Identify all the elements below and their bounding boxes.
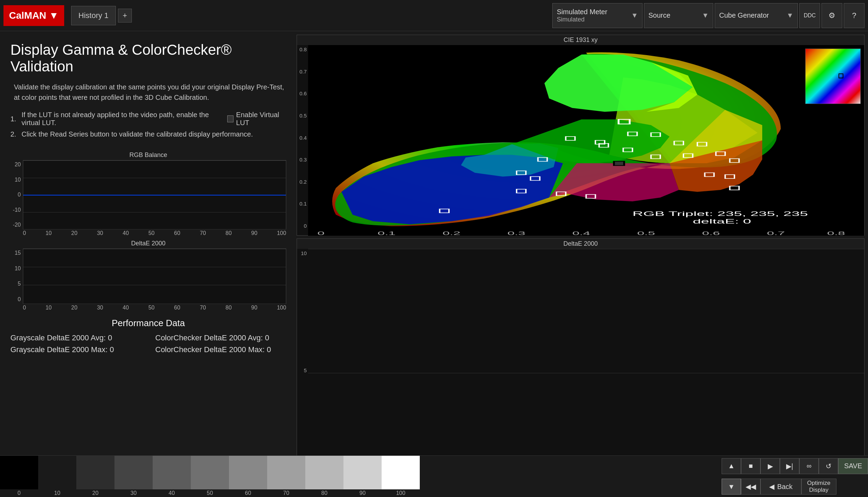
swatch-label-30: 30 [114, 489, 153, 497]
top-right-controls: Simulated Meter Simulated ▼ Source ▼ Cub… [549, 3, 868, 28]
cie-y-axis: 0.8 0.7 0.6 0.5 0.4 0.3 0.2 0.1 0 [297, 45, 308, 236]
add-tab-button[interactable]: + [118, 9, 132, 23]
swatch-color-60 [229, 456, 267, 489]
back-button[interactable]: ◀ Back [760, 479, 801, 495]
rgb-y-0: 0 [10, 192, 21, 198]
scroll-up-button[interactable]: ▲ [722, 458, 741, 474]
perf-cc-avg-value: 0 [265, 333, 269, 342]
rgb-y-10: 10 [10, 177, 21, 183]
grid-line-bottom [23, 229, 286, 229]
swatch-100[interactable]: 100 [382, 456, 420, 497]
page-title: Display Gamma & ColorChecker® Validation [10, 42, 286, 75]
source-dropdown[interactable]: Source ▼ [644, 3, 713, 28]
ddc-button[interactable]: DDC [799, 3, 820, 28]
svg-text:0: 0 [317, 230, 325, 236]
instruction-2: 2. Click the Read Series button to valid… [10, 130, 286, 138]
settings-button[interactable]: ⚙ [822, 3, 842, 28]
perf-grayscale-avg-label: Grayscale DeltaE 2000 Avg: [10, 333, 106, 342]
rgb-y-neg20: -20 [10, 222, 21, 228]
preview-marker [839, 73, 843, 78]
swatch-0[interactable]: 0 [0, 456, 38, 497]
svg-text:0.5: 0.5 [637, 230, 655, 236]
swatch-10[interactable]: 10 [38, 456, 76, 497]
main-layout: Display Gamma & ColorChecker® Validation… [0, 31, 868, 497]
loop-button[interactable]: ∞ [799, 458, 819, 474]
save-button[interactable]: SAVE [838, 458, 868, 474]
top-bar: CalMAN ▼ History 1 + Simulated Meter Sim… [0, 0, 868, 31]
deltae-chart-left-container: DeltaE 2000 15 10 5 0 0 10 20 [10, 240, 286, 311]
swatch-color-50 [191, 456, 229, 489]
right-panel: CIE 1931 xy 0.8 0.7 0.6 0.5 0.4 0.3 0.2 … [297, 31, 868, 497]
instruction-1-num: 1. [10, 115, 17, 123]
color-preview-box [805, 49, 861, 104]
svg-text:RGB Triplet: 235, 235, 235: RGB Triplet: 235, 235, 235 [632, 210, 808, 217]
step-button[interactable]: ▶| [780, 458, 799, 474]
perf-grayscale-avg: Grayscale DeltaE 2000 Avg: 0 [10, 333, 142, 342]
optimize-button[interactable]: Optimize Display [801, 479, 836, 495]
svg-text:0.1: 0.1 [377, 230, 395, 236]
play-button[interactable]: ▶ [760, 458, 780, 474]
instruction-2-text: Click the Read Series button to validate… [22, 130, 253, 138]
deltae-y-axis: 15 10 5 0 [10, 248, 23, 304]
grid-line-25 [23, 178, 286, 178]
scroll-down-button[interactable]: ▼ [722, 479, 741, 495]
cube-dropdown[interactable]: Cube Generator ▼ [715, 3, 798, 28]
rgb-x-labels: 0 10 20 30 40 50 60 70 80 90 100 [10, 229, 286, 236]
calman-logo[interactable]: CalMAN ▼ [3, 5, 64, 26]
bottom-strip: 0 10 20 30 40 50 60 70 80 90 100 ▲ ■ ▶ ▶… [0, 455, 868, 497]
swatch-30[interactable]: 30 [114, 456, 153, 497]
swatch-color-10 [38, 456, 76, 489]
performance-grid: Grayscale DeltaE 2000 Avg: 0 ColorChecke… [10, 333, 286, 354]
swatch-label-70: 70 [267, 489, 305, 497]
virtual-lut-checkbox[interactable] [227, 115, 233, 122]
swatch-label-90: 90 [343, 489, 382, 497]
swatch-40[interactable]: 40 [153, 456, 191, 497]
perf-cc-max-label: ColorChecker DeltaE 2000 Max: [155, 345, 265, 354]
help-button[interactable]: ? [844, 3, 865, 28]
stop-button[interactable]: ■ [741, 458, 760, 474]
left-panel: Display Gamma & ColorChecker® Validation… [0, 31, 297, 497]
virtual-lut-checkbox-label[interactable]: Enable Virtual LUT [227, 111, 286, 127]
swatch-60[interactable]: 60 [229, 456, 267, 497]
perf-cc-max: ColorChecker DeltaE 2000 Max: 0 [155, 345, 287, 354]
ddc-label: DDC [804, 12, 816, 19]
svg-text:0.3: 0.3 [507, 230, 525, 236]
grid-line-top [23, 160, 286, 161]
instruction-2-num: 2. [10, 130, 17, 138]
instructions: 1. If the LUT is not already applied to … [10, 111, 286, 142]
rgb-chart-inner [23, 160, 286, 229]
swatch-label-80: 80 [305, 489, 343, 497]
bottom-controls: ▲ ■ ▶ ▶| ∞ ↺ SAVE ▼ ◀◀ ◀ Back Optimize D… [722, 456, 868, 497]
perf-grayscale-avg-value: 0 [108, 333, 112, 342]
prev-button[interactable]: ◀◀ [741, 479, 760, 495]
swatch-50[interactable]: 50 [191, 456, 229, 497]
swatch-80[interactable]: 80 [305, 456, 343, 497]
page-description: Validate the display calibration at the … [10, 82, 286, 103]
rgb-y-20: 20 [10, 162, 21, 168]
cube-label-group: Cube Generator [719, 11, 784, 19]
history-tab[interactable]: History 1 [71, 6, 116, 25]
bottom-deltae-title: DeltaE 2000 [297, 239, 864, 249]
swatch-70[interactable]: 70 [267, 456, 305, 497]
swatch-90[interactable]: 90 [343, 456, 382, 497]
swatch-color-90 [343, 456, 382, 489]
cube-dropdown-arrow: ▼ [786, 11, 793, 19]
swatch-color-70 [267, 456, 305, 489]
svg-text:0.4: 0.4 [572, 230, 590, 236]
svg-text:0.8: 0.8 [827, 230, 845, 236]
performance-title: Performance Data [10, 318, 286, 329]
perf-cc-avg-label: ColorChecker DeltaE 2000 Avg: [155, 333, 263, 342]
rgb-y-neg10: -10 [10, 207, 21, 213]
source-dropdown-arrow: ▼ [702, 11, 709, 19]
cube-label: Cube Generator [719, 11, 784, 19]
cie-chart-area: 0.8 0.7 0.6 0.5 0.4 0.3 0.2 0.1 0 [297, 45, 864, 236]
save-label: SAVE [844, 462, 862, 470]
meter-dropdown[interactable]: Simulated Meter Simulated ▼ [552, 3, 643, 28]
source-label-group: Source [648, 11, 699, 19]
optimize-line1: Optimize [807, 480, 831, 487]
settings-icon: ⚙ [828, 11, 835, 20]
swatch-label-100: 100 [382, 489, 420, 497]
refresh-button[interactable]: ↺ [819, 458, 838, 474]
svg-text:0.6: 0.6 [702, 230, 720, 236]
swatch-20[interactable]: 20 [76, 456, 114, 497]
